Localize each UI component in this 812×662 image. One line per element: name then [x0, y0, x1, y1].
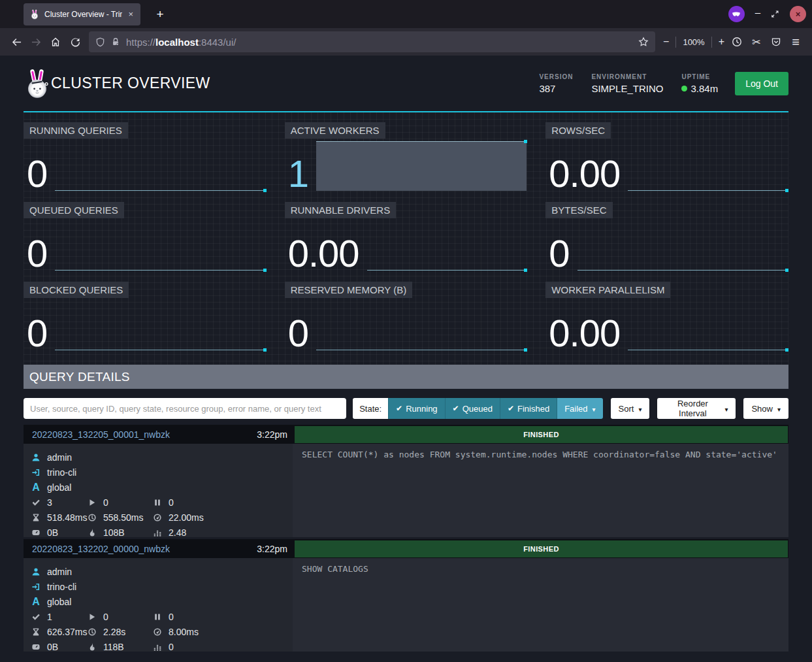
state-filter-queued-label: Queued	[463, 404, 493, 414]
query-source-row: trino-cli	[31, 465, 285, 480]
chevron-down-icon: ▾	[593, 406, 596, 413]
running-splits: 0	[88, 495, 153, 510]
state-filter-queued[interactable]: ✔ Queued	[445, 398, 500, 419]
url-text[interactable]: https://localhost:8443/ui/	[126, 37, 632, 48]
state-filter-group: State: ✔ Running ✔ Queued ✔ Finished Fai…	[353, 398, 602, 419]
user-icon	[31, 567, 41, 576]
window-maximize-button[interactable]	[771, 10, 779, 18]
window-close-button[interactable]: ×	[790, 6, 806, 22]
lock-icon[interactable]	[111, 37, 120, 46]
query-header: 20220823_132202_00000_nwbzk 3:22pm	[24, 539, 293, 558]
stat-card-reserved-memory: RESERVED MEMORY (B) 0	[285, 280, 528, 352]
query-resource-group-row: A global	[31, 480, 285, 495]
equalizer-icon	[153, 528, 162, 537]
fire-icon	[88, 528, 97, 537]
stat-value: 0.00	[545, 316, 620, 350]
zoom-out-button[interactable]: −	[663, 36, 669, 48]
chevron-down-icon: ▾	[724, 406, 728, 413]
new-tab-button[interactable]: +	[152, 7, 169, 22]
query-id-link[interactable]: 20220823_132202_00000_nwbzk	[32, 544, 170, 554]
zoom-level[interactable]: 100%	[683, 37, 704, 47]
state-filter-running[interactable]: ✔ Running	[388, 398, 445, 419]
tab-close-icon[interactable]: ×	[127, 9, 135, 19]
version-value: 387	[539, 83, 573, 94]
screenshot-button[interactable]: ✂	[747, 32, 766, 52]
history-button[interactable]	[727, 32, 747, 52]
zoom-in-button[interactable]: +	[719, 36, 724, 48]
tab-title: Cluster Overview - Trino	[44, 10, 122, 19]
user-icon	[31, 453, 41, 462]
home-button[interactable]	[46, 32, 65, 52]
peak-memory: 118B	[88, 639, 153, 654]
pocket-button[interactable]	[766, 32, 786, 52]
state-filter-finished[interactable]: ✔ Finished	[500, 398, 557, 419]
environment-value: SIMPLE_TRINO	[591, 83, 663, 94]
stat-label: RESERVED MEMORY (B)	[285, 282, 413, 298]
cpu-time: 22.00ms	[153, 510, 285, 525]
url-bar[interactable]: https://localhost:8443/ui/	[89, 31, 655, 52]
check-icon: ✔	[453, 404, 459, 413]
wall-time: 626.37ms	[31, 624, 88, 639]
running-splits: 0	[88, 609, 153, 624]
trino-logo	[24, 69, 51, 99]
query-details-title: QUERY DETAILS	[24, 365, 788, 389]
completed-splits: 3	[31, 495, 88, 510]
stat-label: BLOCKED QUERIES	[24, 282, 129, 298]
pause-icon	[153, 498, 162, 507]
hourglass-icon	[31, 513, 41, 522]
stat-value: 0	[545, 236, 569, 271]
stat-label: QUEUED QUERIES	[24, 202, 124, 218]
page-title: CLUSTER OVERVIEW	[51, 74, 210, 92]
bookmark-star-icon[interactable]	[638, 37, 649, 47]
query-user: admin	[47, 452, 72, 463]
stat-label: RUNNABLE DRIVERS	[285, 202, 397, 218]
sort-dropdown[interactable]: Sort ▾	[611, 398, 650, 419]
cumulative-memory: 0	[153, 639, 285, 654]
query-time: 3:22pm	[257, 429, 287, 440]
window-minimize-button[interactable]: –	[755, 7, 760, 21]
logout-button[interactable]: Log Out	[735, 72, 788, 95]
stat-card-rows-sec: ROWS/SEC 0.00	[545, 121, 788, 193]
queued-splits: 0	[153, 495, 285, 510]
stat-value: 0	[24, 316, 47, 350]
mask-icon	[732, 10, 741, 19]
equalizer-icon	[153, 642, 162, 652]
sort-label: Sort	[619, 404, 634, 414]
stat-value: 0	[24, 156, 47, 191]
stat-card-worker-parallelism: WORKER PARALLELISM 0.00	[545, 280, 788, 352]
query-resource-group-row: A global	[31, 594, 285, 609]
chevron-down-icon: ▾	[777, 406, 781, 413]
check-icon: ✔	[508, 404, 514, 413]
dashboard: RUNNING QUERIES 0 ACTIVE WORKERS 1 ROWS/…	[24, 112, 788, 365]
query-state-container: FINISHED	[293, 425, 788, 444]
tracking-shield-icon[interactable]	[95, 37, 105, 47]
environment-label: ENVIRONMENT	[591, 73, 663, 80]
stat-card-active-workers: ACTIVE WORKERS 1	[285, 121, 528, 193]
query-state-badge: FINISHED	[295, 426, 788, 443]
elapsed-time: 2.28s	[88, 624, 153, 639]
forward-button[interactable]	[26, 32, 46, 52]
query-search-input[interactable]	[24, 398, 346, 419]
uptime-block: UPTIME 3.84m	[681, 73, 718, 94]
pause-icon	[153, 612, 162, 621]
trino-favicon	[29, 9, 40, 20]
query-id-link[interactable]: 20220823_132205_00001_nwbzk	[32, 429, 170, 440]
query-source: trino-cli	[47, 467, 76, 478]
reorder-interval-dropdown[interactable]: Reorder Interval ▾	[657, 398, 736, 419]
query-stats-grid: 3 0 0 518.48ms	[31, 495, 285, 540]
uptime-value: 3.84m	[690, 83, 718, 94]
reload-button[interactable]	[65, 32, 85, 52]
sparkline	[628, 312, 788, 350]
gauge-icon	[153, 513, 162, 522]
browser-tab[interactable]: Cluster Overview - Trino ×	[24, 3, 140, 25]
back-button[interactable]	[7, 32, 26, 52]
query-source-row: trino-cli	[31, 579, 285, 594]
stat-value: 0	[285, 316, 308, 350]
peak-memory: 108B	[88, 525, 153, 540]
completed-splits: 1	[31, 609, 88, 624]
show-dropdown[interactable]: Show ▾	[743, 398, 788, 419]
menu-button[interactable]: ≡	[786, 32, 805, 52]
query-details-section: QUERY DETAILS State: ✔ Running ✔ Queued …	[24, 365, 788, 652]
state-filter-failed-dropdown[interactable]: Failed ▾	[557, 398, 602, 419]
clock-icon	[88, 627, 97, 637]
